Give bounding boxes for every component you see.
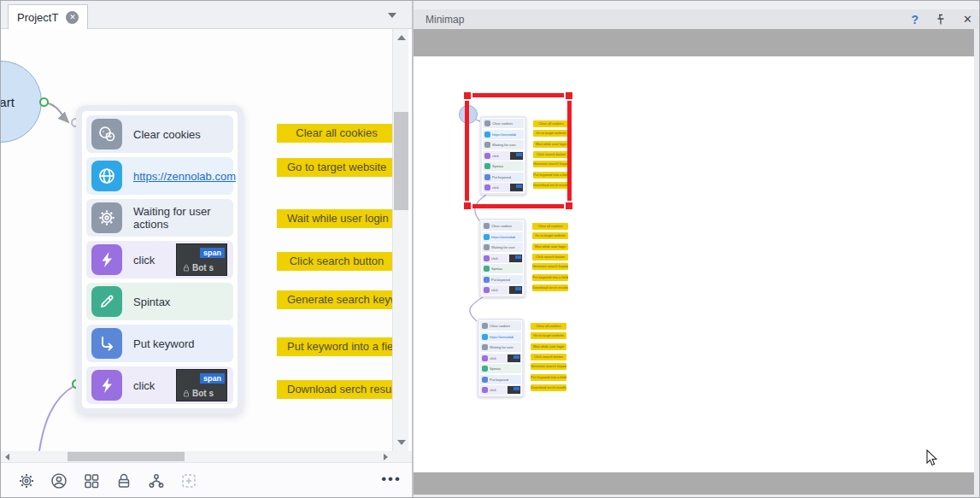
action-group-card: Clear cookies https://zennolab.com — [76, 105, 244, 414]
relations-icon[interactable] — [145, 470, 167, 492]
action-row-put-keyword[interactable]: Put keyword — [86, 325, 233, 362]
gear-icon — [91, 202, 122, 233]
start-node-label: Start — [1, 95, 15, 109]
settings-icon[interactable] — [15, 470, 38, 492]
scroll-left-icon[interactable] — [5, 454, 9, 460]
action-label: click — [133, 379, 155, 392]
minimap-comments: Clear all cookies Go to target website W… — [531, 319, 568, 397]
action-row-spintax[interactable]: Spintax — [86, 283, 233, 320]
thumb-tag-badge: span — [200, 373, 225, 384]
globe-icon — [91, 161, 122, 191]
minimap-right-edge — [974, 29, 980, 498]
tab-close-icon[interactable]: ✕ — [66, 11, 79, 24]
comment-wait-login[interactable]: Wait while user login — [277, 209, 392, 228]
horizontal-scrollbar[interactable] — [1, 451, 392, 462]
scrollbar-corner — [392, 451, 412, 462]
minimap-card: Clear cookies https://zennolab.com Waiti… — [479, 219, 525, 297]
horizontal-scroll-thumb[interactable] — [67, 452, 185, 461]
bottom-toolbar: ••• — [1, 462, 412, 498]
lock-icon — [183, 390, 190, 397]
vertical-scrollbar[interactable] — [392, 29, 408, 451]
comment-generate-keyword[interactable]: Generate search keyword — [277, 290, 392, 309]
action-row-click-2[interactable]: click span Bot s — [86, 366, 233, 404]
viewport-handle[interactable] — [564, 91, 574, 101]
minimap-comments: Clear all cookies Go to target website W… — [532, 219, 570, 297]
thumb-tag-badge: span — [200, 248, 225, 258]
element-thumbnail: span Bot s — [176, 369, 227, 401]
minimap-group-2: Clear cookies https://zennolab.com Waiti… — [479, 219, 573, 297]
minimap-bottom-edge — [414, 495, 980, 498]
viewport-handle[interactable] — [564, 201, 574, 211]
action-row-goto-url[interactable]: https://zennolab.com — [86, 157, 233, 195]
help-icon[interactable]: ? — [912, 13, 919, 26]
profile-icon[interactable] — [48, 470, 70, 492]
app-window: ProjectT ✕ Start — [0, 0, 980, 498]
tab-title: ProjectT — [17, 11, 58, 24]
lightning-icon — [91, 244, 122, 275]
action-label: Spintax — [133, 296, 170, 308]
scroll-right-icon[interactable] — [384, 454, 388, 460]
pin-icon[interactable] — [936, 14, 946, 26]
vertical-scroll-thumb[interactable] — [394, 112, 408, 210]
cookies-icon — [91, 119, 122, 149]
scroll-up-icon[interactable] — [397, 35, 406, 40]
comment-put-keyword[interactable]: Put keyword into a field — [277, 337, 392, 356]
action-label: Clear cookies — [133, 128, 201, 141]
minimap-viewport[interactable] — [465, 93, 572, 208]
capture-frame-icon[interactable] — [178, 470, 200, 492]
comment-clear-all-cookies[interactable]: Clear all cookies — [277, 124, 392, 143]
tab-projectt[interactable]: ProjectT ✕ — [8, 4, 88, 30]
close-icon[interactable]: ✕ — [963, 13, 972, 26]
action-label: Waiting for user actions — [133, 205, 227, 231]
project-editor-panel: ProjectT ✕ Start — [1, 1, 412, 498]
lock-icon[interactable] — [113, 470, 135, 492]
action-row-clear-cookies[interactable]: Clear cookies — [86, 115, 233, 153]
minimap-body[interactable]: Clear cookies https://zennolab.com Waiti… — [414, 29, 980, 498]
action-row-wait-user[interactable]: Waiting for user actions — [86, 199, 233, 237]
comment-download-results[interactable]: Download serch results — [277, 380, 392, 399]
tab-list-dropdown-icon[interactable] — [388, 13, 396, 18]
mouse-cursor — [926, 449, 938, 470]
action-label: click — [133, 254, 155, 267]
action-label-url[interactable]: https://zennolab.com — [133, 170, 236, 183]
more-options-icon[interactable]: ••• — [381, 471, 402, 488]
lightning-icon — [91, 370, 122, 401]
thumb-snippet: Bot s — [183, 389, 214, 398]
pencil-icon — [91, 286, 122, 317]
element-thumbnail: span Bot s — [176, 243, 227, 276]
tab-bar: ProjectT ✕ — [1, 1, 412, 29]
elbow-arrow-icon — [91, 328, 122, 359]
minimap-group-3: Clear cookies https://zennolab.com Waiti… — [478, 319, 572, 397]
action-row-click-1[interactable]: click span Bot s — [86, 241, 233, 278]
start-output-port[interactable] — [39, 97, 49, 107]
flowchart-canvas[interactable]: Start Clear cookies — [1, 29, 392, 451]
action-label: Put keyword — [133, 337, 195, 350]
lock-icon — [183, 264, 190, 272]
comment-go-to-target[interactable]: Go to target website — [277, 158, 392, 177]
minimap-header[interactable]: Minimap ? ✕ — [414, 9, 980, 29]
comment-click-search[interactable]: Click search button — [277, 252, 392, 271]
viewport-handle[interactable] — [462, 201, 472, 211]
minimap-panel: Minimap ? ✕ Cle — [414, 1, 980, 498]
minimap-title: Minimap — [414, 14, 464, 26]
thumb-snippet: Bot s — [183, 263, 214, 272]
minimap-card: Clear cookies https://zennolab.com Waiti… — [478, 319, 524, 397]
scroll-down-icon[interactable] — [397, 440, 406, 445]
viewport-handle[interactable] — [462, 91, 472, 101]
blocks-icon[interactable] — [80, 470, 103, 492]
